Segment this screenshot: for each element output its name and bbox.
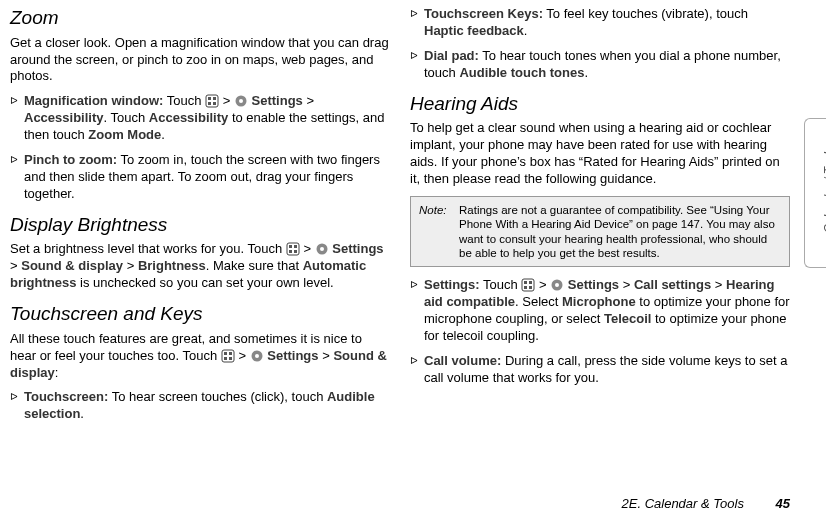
svg-rect-11 — [294, 250, 297, 253]
svg-rect-25 — [529, 286, 532, 289]
svg-rect-24 — [524, 286, 527, 289]
svg-rect-10 — [289, 250, 292, 253]
ha-intro: To help get a clear sound when using a h… — [410, 120, 790, 188]
dial-b: Audible touch tones — [459, 65, 584, 80]
pinch-label: Pinch to zoom: — [24, 152, 117, 167]
br-g: is unchecked so you can set your own lev… — [76, 275, 333, 290]
heading-zoom: Zoom — [10, 6, 390, 31]
ts-a: To hear screen touches (click), touch — [108, 389, 327, 404]
set-e: . Select — [515, 294, 562, 309]
bullet-icon: ᐅ — [10, 93, 24, 144]
svg-rect-9 — [294, 245, 297, 248]
br-b: Settings — [332, 241, 383, 256]
bullet-icon: ᐅ — [10, 389, 24, 423]
note-label: Note: — [419, 203, 459, 261]
t-d: : — [55, 365, 59, 380]
svg-point-6 — [239, 99, 243, 103]
menu-icon — [286, 242, 300, 256]
page-columns: Zoom Get a closer look. Open a magnifica… — [0, 0, 826, 431]
svg-rect-1 — [208, 97, 211, 100]
bullet-icon: ᐅ — [410, 353, 424, 387]
bullet-icon: ᐅ — [410, 6, 424, 40]
heading-touchscreen: Touchscreen and Keys — [10, 302, 390, 327]
set-b: Settings — [568, 277, 619, 292]
svg-rect-21 — [522, 279, 534, 291]
svg-rect-7 — [287, 243, 299, 255]
ts-c: . — [80, 406, 84, 421]
right-column: ᐅ Touchscreen Keys: To feel key touches … — [410, 6, 790, 431]
dial-label: Dial pad: — [424, 48, 479, 63]
keys-b: Haptic feedback — [424, 23, 524, 38]
gear-icon — [250, 349, 264, 363]
ts-label: Touchscreen: — [24, 389, 108, 404]
menu-icon — [205, 94, 219, 108]
mag-e: Accessibility — [149, 110, 229, 125]
brightness-para: Set a brightness level that works for yo… — [10, 241, 390, 292]
set-label: Settings: — [424, 277, 480, 292]
br-c: Sound & display — [21, 258, 123, 273]
menu-icon — [521, 278, 535, 292]
set-c: Call settings — [634, 277, 711, 292]
bullet-call-volume: ᐅ Call volume: During a call, press the … — [410, 353, 790, 387]
note-box: Note: Ratings are not a guarantee of com… — [410, 196, 790, 268]
gear-icon — [550, 278, 564, 292]
svg-rect-2 — [213, 97, 216, 100]
t-b: Settings — [267, 348, 318, 363]
set-h: Telecoil — [604, 311, 651, 326]
mag-h: . — [161, 127, 165, 142]
left-column: Zoom Get a closer look. Open a magnifica… — [10, 6, 390, 431]
bullet-touchscreen: ᐅ Touchscreen: To hear screen touches (c… — [10, 389, 390, 423]
mag-b: Settings — [252, 93, 303, 108]
bullet-icon: ᐅ — [410, 277, 424, 345]
heading-hearing-aids: Hearing Aids — [410, 92, 790, 117]
svg-rect-18 — [229, 357, 232, 360]
mag-a: Touch — [167, 93, 205, 108]
svg-point-20 — [255, 354, 259, 358]
svg-rect-17 — [224, 357, 227, 360]
bullet-mag-window: ᐅ Magnification window: Touch > Settings… — [10, 93, 390, 144]
br-e: . Make sure that — [206, 258, 303, 273]
zoom-intro: Get a closer look. Open a magnification … — [10, 35, 390, 86]
gear-icon — [315, 242, 329, 256]
page-footer: 2E. Calendar & Tools 45 — [622, 496, 790, 511]
note-body: Ratings are not a guarantee of compatibi… — [459, 203, 781, 261]
footer-page: 45 — [776, 496, 790, 511]
svg-rect-22 — [524, 281, 527, 284]
bullet-icon: ᐅ — [410, 48, 424, 82]
vol-label: Call volume: — [424, 353, 501, 368]
gear-icon — [234, 94, 248, 108]
svg-rect-15 — [224, 352, 227, 355]
svg-point-27 — [555, 283, 559, 287]
keys-a: To feel key touches (vibrate), touch — [543, 6, 748, 21]
bullet-ha-settings: ᐅ Settings: Touch > Settings > Call sett… — [410, 277, 790, 345]
mag-c: Accessibility — [24, 110, 104, 125]
svg-rect-14 — [222, 350, 234, 362]
svg-rect-16 — [229, 352, 232, 355]
mag-d: . Touch — [104, 110, 149, 125]
set-f: Microphone — [562, 294, 636, 309]
footer-section: 2E. Calendar & Tools — [622, 496, 744, 511]
keys-c: . — [524, 23, 528, 38]
mag-g: Zoom Mode — [88, 127, 161, 142]
keys-label: Touchscreen Keys: — [424, 6, 543, 21]
dial-c: . — [584, 65, 588, 80]
bullet-touchscreen-keys: ᐅ Touchscreen Keys: To feel key touches … — [410, 6, 790, 40]
bullet-pinch: ᐅ Pinch to zoom: To zoom in, touch the s… — [10, 152, 390, 203]
bullet-icon: ᐅ — [10, 152, 24, 203]
touch-para: All these touch features are great, and … — [10, 331, 390, 382]
set-a: Touch — [480, 277, 522, 292]
svg-rect-4 — [213, 102, 216, 105]
menu-icon — [221, 349, 235, 363]
br-d: Brightness — [138, 258, 206, 273]
mag-label: Magnification window: — [24, 93, 163, 108]
svg-rect-3 — [208, 102, 211, 105]
svg-rect-8 — [289, 245, 292, 248]
bullet-dialpad: ᐅ Dial pad: To hear touch tones when you… — [410, 48, 790, 82]
br-a: Set a brightness level that works for yo… — [10, 241, 286, 256]
svg-rect-0 — [206, 95, 218, 107]
side-tab-label: Calendar / Tools — [822, 146, 826, 233]
svg-rect-23 — [529, 281, 532, 284]
heading-brightness: Display Brightness — [10, 213, 390, 238]
svg-point-13 — [320, 247, 324, 251]
